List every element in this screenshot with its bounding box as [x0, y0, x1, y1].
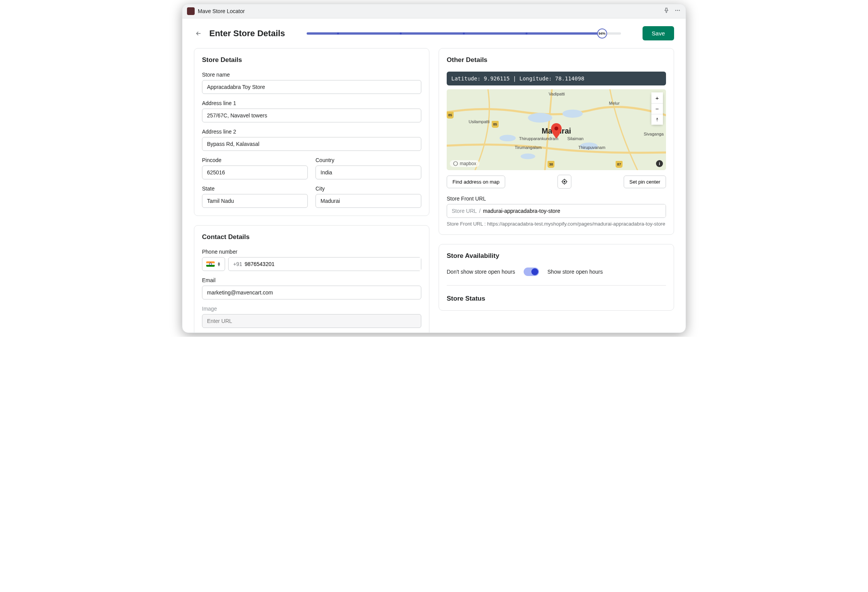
app-icon	[187, 7, 195, 15]
svg-point-6	[499, 135, 516, 141]
main-grid: Store Details Store name Address line 1 …	[194, 48, 674, 333]
map-view[interactable]: Vadipatti Melur Usilampatti Thirupparank…	[447, 89, 666, 170]
country-label: Country	[315, 157, 421, 163]
availability-toggle[interactable]	[524, 268, 539, 276]
store-front-url-label: Store Front URL	[447, 196, 666, 202]
map-pin-icon[interactable]	[550, 123, 563, 140]
content-area: Enter Store Details 94% Save Store Detai…	[182, 18, 686, 333]
app-window: Mave Store Locator Enter Store Details	[182, 4, 686, 333]
other-details-card: Other Details Latitude: 9.926115 | Longi…	[439, 48, 674, 235]
progress-bar: 94%	[307, 32, 621, 35]
zoom-out-button[interactable]: −	[651, 103, 663, 114]
address-2-label: Address line 2	[202, 129, 421, 135]
url-prefix: Store URL	[447, 204, 479, 217]
svg-point-10	[454, 162, 458, 166]
store-details-heading: Store Details	[202, 56, 421, 64]
address-2-input[interactable]	[202, 137, 421, 151]
store-front-url-help: Store Front URL : https://appracadabra-t…	[447, 221, 666, 227]
locate-me-button[interactable]	[558, 175, 571, 189]
contact-details-heading: Contact Details	[202, 233, 421, 241]
svg-point-5	[563, 110, 583, 118]
other-details-heading: Other Details	[447, 56, 666, 64]
address-1-label: Address line 1	[202, 100, 421, 106]
map-info-icon[interactable]: i	[656, 160, 663, 167]
chevron-updown-icon: ▲▼	[217, 262, 221, 266]
email-input[interactable]	[202, 286, 421, 299]
right-column: Other Details Latitude: 9.926115 | Longi…	[439, 48, 674, 333]
set-pin-center-button[interactable]: Set pin center	[624, 176, 666, 188]
left-column: Store Details Store name Address line 1 …	[194, 48, 429, 333]
image-url-input[interactable]	[202, 314, 421, 328]
svg-point-9	[554, 127, 558, 130]
state-input[interactable]	[202, 194, 308, 208]
map-label: Usilampatti	[469, 119, 489, 124]
svg-point-1	[677, 10, 678, 11]
mapbox-logo: mapbox	[450, 160, 479, 167]
image-label: Image	[202, 306, 421, 312]
road-shield: 85	[447, 112, 454, 119]
store-front-url-field: Store URL /	[447, 204, 666, 218]
pincode-input[interactable]	[202, 166, 308, 179]
save-button[interactable]: Save	[643, 26, 674, 40]
svg-point-2	[679, 10, 680, 11]
email-label: Email	[202, 277, 421, 283]
zoom-in-button[interactable]: +	[651, 92, 663, 103]
contact-details-card: Contact Details Phone number ▲▼ +91	[194, 225, 429, 333]
back-button[interactable]	[194, 29, 203, 38]
phone-prefix: +91	[229, 258, 242, 271]
store-details-card: Store Details Store name Address line 1 …	[194, 48, 429, 216]
latlon-display: Latitude: 9.926115 | Longitude: 78.11409…	[447, 72, 666, 85]
page-title: Enter Store Details	[209, 28, 285, 38]
map-label: Thirupuvanam	[578, 145, 605, 150]
city-label: City	[315, 186, 421, 192]
availability-status-card: Store Availability Don't show store open…	[439, 244, 674, 311]
store-name-label: Store name	[202, 72, 421, 78]
phone-label: Phone number	[202, 249, 421, 255]
svg-point-12	[564, 181, 565, 182]
progress-badge: 94%	[597, 28, 607, 38]
country-code-select[interactable]: ▲▼	[202, 257, 225, 271]
pin-icon[interactable]	[663, 7, 669, 15]
map-label: Vadipatti	[549, 92, 565, 96]
phone-input[interactable]	[242, 258, 421, 271]
store-front-url-input[interactable]	[483, 204, 666, 217]
compass-button[interactable]	[651, 114, 663, 125]
map-label: Melur	[609, 101, 620, 105]
road-shield: 85	[492, 121, 499, 128]
address-1-input[interactable]	[202, 109, 421, 122]
svg-point-4	[528, 113, 552, 122]
state-label: State	[202, 186, 308, 192]
country-input[interactable]	[315, 166, 421, 179]
availability-on-label: Show store open hours	[548, 269, 603, 275]
availability-off-label: Don't show store open hours	[447, 269, 515, 275]
city-input[interactable]	[315, 194, 421, 208]
flag-india-icon	[206, 261, 215, 267]
store-name-input[interactable]	[202, 80, 421, 94]
road-shield: 87	[616, 161, 623, 168]
map-label: Tirumangalam	[515, 145, 542, 150]
map-label: Silaiman	[568, 136, 584, 141]
road-shield: 38	[548, 161, 554, 168]
map-label: Sivaganga	[644, 132, 664, 136]
more-icon[interactable]	[674, 7, 681, 15]
pincode-label: Pincode	[202, 157, 308, 163]
svg-point-8	[521, 154, 535, 159]
app-title: Mave Store Locator	[198, 8, 663, 14]
url-slash: /	[479, 208, 483, 214]
titlebar: Mave Store Locator	[182, 4, 686, 18]
page-header: Enter Store Details 94% Save	[194, 26, 674, 40]
find-address-button[interactable]: Find address on map	[447, 176, 505, 188]
titlebar-actions	[663, 7, 681, 15]
map-zoom-controls: + −	[651, 92, 663, 125]
availability-heading: Store Availability	[447, 252, 666, 260]
status-heading: Store Status	[447, 295, 666, 303]
svg-point-0	[675, 10, 676, 11]
